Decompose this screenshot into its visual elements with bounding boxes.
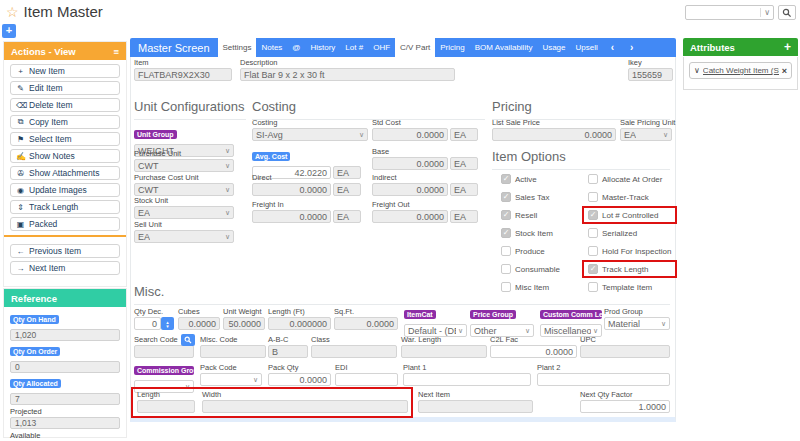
costing-method-select[interactable]: SI-Avg∨	[252, 128, 368, 141]
checkbox-consumable[interactable]	[501, 264, 511, 274]
search-code-button[interactable]	[181, 334, 195, 346]
tab-bom-availability[interactable]: BOM Availability	[470, 38, 538, 57]
tab-item[interactable]: @	[287, 38, 305, 57]
edi-input[interactable]	[335, 373, 398, 386]
action-previous-item[interactable]: ←Previous Item	[10, 244, 120, 258]
star-icon[interactable]: ☆	[6, 5, 19, 19]
tab-c-v-part[interactable]: C/V Part	[395, 38, 435, 57]
checkbox-serialized[interactable]	[588, 228, 598, 238]
purchase-cost-unit-select[interactable]: CWT∨	[134, 183, 234, 196]
sale-pricing-unit-select[interactable]: EA∨	[620, 128, 672, 141]
action-show-attachments[interactable]: ✇Show Attachments	[10, 166, 120, 180]
tab-lot[interactable]: Lot #	[340, 38, 368, 57]
action-track-length[interactable]: ⇕Track Length	[10, 200, 120, 214]
checkbox-lot-controlled[interactable]: ✓	[588, 210, 598, 220]
direct-cost-input[interactable]: 0.0000	[252, 183, 331, 196]
action-select-item[interactable]: ⚑Select Item	[10, 132, 120, 146]
add-button[interactable]: +	[2, 24, 16, 38]
ikey-input[interactable]: 155659	[628, 68, 673, 81]
description-input[interactable]: Flat Bar 9 x 2 x 30 ft	[240, 68, 455, 81]
next-item-input[interactable]	[418, 400, 533, 413]
add-attribute-button[interactable]: +	[784, 41, 791, 53]
attribute-link[interactable]: Catch Weight Item (Standa...	[703, 66, 779, 75]
chevron-down-icon[interactable]: ∨	[760, 8, 773, 17]
pack-qty-input[interactable]: 0.0000	[268, 373, 331, 386]
checkbox-produce[interactable]	[501, 246, 511, 256]
action-edit-item[interactable]: ✎Edit Item	[10, 81, 120, 95]
tab-ohf[interactable]: OHF	[368, 38, 395, 57]
length-input[interactable]	[137, 400, 195, 413]
std-cost-input[interactable]: 0.0000	[372, 128, 448, 141]
c2l-fac-input[interactable]: 0.0000	[490, 345, 577, 358]
sqft-input[interactable]: 0.0000	[334, 317, 398, 330]
qty-dec-spinner[interactable]: ▴▾	[161, 317, 174, 330]
action-delete-item[interactable]: ⌫Delete Item	[10, 98, 120, 112]
action-next-item[interactable]: →Next Item	[10, 261, 120, 275]
prod-group-select[interactable]: Material∨	[604, 317, 670, 330]
action-packed[interactable]: ▣Packed	[10, 217, 120, 231]
abc-input[interactable]: B	[268, 345, 308, 358]
plant1-input[interactable]	[403, 373, 531, 386]
tab-upsell[interactable]: Upsell	[571, 38, 603, 57]
checkbox-resell[interactable]: ✓	[501, 210, 511, 220]
checkbox-misc-item[interactable]	[501, 282, 511, 292]
attribute-item[interactable]: ∨ Catch Weight Item (Standa... ×	[689, 62, 792, 79]
checkbox-hold-for-inspection[interactable]	[588, 246, 598, 256]
checkbox-sales-tax[interactable]: ✓	[501, 192, 511, 202]
sell-unit-select[interactable]: EA∨	[134, 230, 234, 243]
remove-icon[interactable]: ×	[782, 66, 787, 76]
tab-usage[interactable]: Usage	[537, 38, 570, 57]
option-label: Consumable	[515, 265, 560, 274]
checkbox-stock-item[interactable]: ✓	[501, 228, 511, 238]
tab-history[interactable]: History	[305, 38, 340, 57]
plant2-input[interactable]	[537, 373, 670, 386]
tab-prev-arrow[interactable]: ‹	[603, 38, 622, 57]
action-copy-item[interactable]: ⧉Copy Item	[10, 115, 120, 129]
stock-unit-select[interactable]: EA∨	[134, 206, 234, 219]
length-ft-input[interactable]: 0.000000	[268, 317, 331, 330]
ref-value-qty-allocated[interactable]: 7	[10, 393, 120, 405]
option-label: Produce	[515, 247, 545, 256]
checkbox-track-length[interactable]: ✓	[588, 264, 598, 274]
search-button[interactable]	[778, 5, 796, 20]
tab-master-screen[interactable]: Master Screen	[130, 38, 218, 57]
checkbox-template-item[interactable]	[588, 282, 598, 292]
war-length-input[interactable]	[401, 345, 487, 358]
checkbox-master-track[interactable]	[588, 192, 598, 202]
action-update-images[interactable]: ◉Update Images	[10, 183, 120, 197]
chevron-down-icon[interactable]: ∨	[694, 66, 700, 75]
menu-icon[interactable]: ≡	[113, 46, 119, 57]
checkbox-allocate-at-order[interactable]	[588, 174, 598, 184]
base-cost-input[interactable]: 0.0000	[372, 157, 448, 170]
ref-value-qty-on-order[interactable]: 0	[10, 361, 120, 373]
tab-next-arrow[interactable]: ›	[622, 38, 641, 57]
option-label: Stock Item	[515, 229, 553, 238]
purchase-unit-select[interactable]: CWT∨	[134, 159, 234, 172]
freight-in-input[interactable]: 0.0000	[252, 210, 331, 223]
next-qty-factor-input[interactable]: 1.0000	[580, 400, 670, 413]
unit-weight-input[interactable]: 50.0000	[223, 317, 265, 330]
action-new-item[interactable]: +New Item	[10, 64, 120, 78]
search-input[interactable]	[686, 7, 760, 18]
misc-code-input[interactable]	[200, 345, 266, 358]
list-sale-price-input[interactable]: 0.0000	[492, 128, 616, 141]
width-input[interactable]	[202, 400, 408, 413]
tab-notes[interactable]: Notes	[256, 38, 287, 57]
indirect-cost-input[interactable]: 0.0000	[372, 183, 448, 196]
chevron-down-icon: ∨	[225, 233, 230, 241]
upc-input[interactable]	[580, 345, 670, 358]
ref-value-qty-on-hand[interactable]: 1,020	[10, 329, 120, 341]
tab-pricing[interactable]: Pricing	[435, 38, 469, 57]
freight-out-input[interactable]: 0.0000	[372, 210, 448, 223]
ref-value-projected[interactable]: 1,013	[10, 417, 120, 429]
search-code-input[interactable]	[134, 345, 194, 358]
item-input[interactable]: FLATBAR9X2X30	[134, 68, 232, 81]
pack-code-select[interactable]: ∨	[200, 373, 262, 386]
global-search-combobox[interactable]: ∨	[685, 5, 774, 20]
checkbox-active[interactable]: ✓	[501, 174, 511, 184]
qty-dec-input[interactable]: 0	[134, 317, 161, 330]
action-show-notes[interactable]: ✍Show Notes	[10, 149, 120, 163]
cubes-input[interactable]: 0.0000	[178, 317, 220, 330]
class-input[interactable]	[311, 345, 397, 358]
tab-settings[interactable]: Settings	[218, 38, 257, 57]
